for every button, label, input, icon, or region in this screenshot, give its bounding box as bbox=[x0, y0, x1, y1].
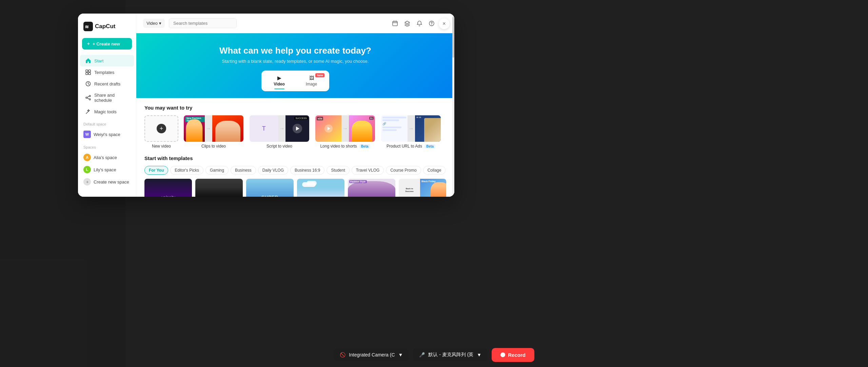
record-label: Record bbox=[508, 352, 526, 358]
filter-for-you[interactable]: For You bbox=[144, 166, 168, 175]
weiyi-space-label: Weiyi's space bbox=[94, 132, 120, 137]
svg-point-7 bbox=[89, 95, 91, 97]
modal-sidebar: ≋ CapCut ＋ + Create new Start Templates … bbox=[78, 14, 136, 197]
beta-badge-product: Beta bbox=[425, 144, 435, 149]
magic-icon bbox=[85, 109, 91, 114]
velocity-label: velocity bbox=[161, 195, 175, 197]
tab-video[interactable]: ▶ Video bbox=[263, 73, 295, 89]
tab-image[interactable]: New 🖼 Image bbox=[296, 73, 327, 89]
default-space-label: Default space bbox=[78, 117, 136, 128]
home-icon bbox=[85, 58, 91, 63]
plus-icon: ＋ bbox=[86, 41, 91, 47]
tab-video-label: Video bbox=[274, 82, 284, 86]
template-item-1[interactable]: velocity bbox=[144, 179, 192, 197]
share-icon bbox=[85, 95, 91, 100]
nav-label-templates: Templates bbox=[94, 70, 114, 75]
nav-item-start[interactable]: Start bbox=[80, 55, 134, 66]
nav-item-magic-tools[interactable]: Magic tools bbox=[80, 106, 134, 117]
template-item-3[interactable]: SUPER bbox=[246, 179, 294, 197]
filter-business-169[interactable]: Business 16:9 bbox=[290, 166, 324, 175]
product-thumb: 🔗 → bbox=[381, 115, 441, 142]
nav-item-recent-drafts[interactable]: Recent drafts bbox=[80, 78, 134, 90]
try-section: You may want to try + New video bbox=[136, 98, 454, 149]
filter-editors-picks[interactable]: Editor's Picks bbox=[170, 166, 203, 175]
filter-student[interactable]: Student bbox=[327, 166, 349, 175]
camera-control[interactable]: 🚫 Integrated Camera (C ▼ bbox=[334, 349, 409, 361]
svg-point-12 bbox=[431, 24, 432, 25]
create-space-label: Create new space bbox=[94, 179, 129, 185]
new-video-label: New video bbox=[152, 144, 171, 149]
create-space-item[interactable]: ＋ Create new space bbox=[78, 176, 136, 188]
svg-point-8 bbox=[86, 97, 87, 98]
video-label: Video bbox=[146, 21, 158, 26]
logo: ≋ CapCut bbox=[78, 22, 136, 38]
long-to-shorts-card[interactable]: v2s → bbox=[315, 115, 376, 149]
modal-close-button[interactable]: × bbox=[439, 18, 450, 29]
filter-tabs: For You Editor's Picks Gaming Business D… bbox=[144, 166, 446, 175]
layers-icon[interactable] bbox=[403, 20, 411, 27]
try-cards-row: + New video New Fashion Style bbox=[144, 115, 446, 149]
record-button[interactable]: Record bbox=[492, 348, 534, 362]
template-item-2[interactable] bbox=[195, 179, 243, 197]
nav-label-recent-drafts: Recent drafts bbox=[94, 81, 120, 86]
svg-text:≋: ≋ bbox=[85, 24, 89, 30]
alia-space-item[interactable]: A Alia's space bbox=[78, 151, 136, 163]
try-section-title: You may want to try bbox=[144, 105, 446, 111]
main-modal: ≋ CapCut ＋ + Create new Start Templates … bbox=[78, 14, 454, 197]
clips-to-video-card[interactable]: New Fashion Style → bbox=[183, 115, 244, 149]
alia-avatar: A bbox=[83, 154, 91, 161]
script-thumb: T → SUCCESS bbox=[250, 115, 309, 142]
clips-to-video-label: Clips to video bbox=[201, 144, 226, 149]
svg-rect-10 bbox=[393, 21, 397, 26]
templates-icon bbox=[85, 70, 91, 75]
help-icon[interactable] bbox=[428, 20, 435, 27]
new-video-plus-icon: + bbox=[157, 124, 166, 133]
mic-label: 默认 - 麦克风阵列 (英 bbox=[428, 352, 473, 358]
filter-course-promo[interactable]: Course Promo bbox=[386, 166, 421, 175]
video-dropdown[interactable]: Video ▾ bbox=[143, 19, 165, 28]
clock-icon bbox=[85, 81, 91, 86]
create-new-label: + Create new bbox=[93, 41, 120, 46]
beta-badge-long: Beta bbox=[359, 144, 370, 149]
mic-chevron-icon: ▼ bbox=[477, 352, 481, 358]
calendar-icon[interactable] bbox=[391, 20, 399, 27]
template-item-5[interactable]: Fashion Style bbox=[348, 179, 395, 197]
scrollbar-track[interactable] bbox=[452, 14, 454, 197]
templates-section: Start with templates For You Editor's Pi… bbox=[136, 155, 454, 197]
search-input[interactable] bbox=[169, 18, 237, 28]
filter-travel-vlog[interactable]: Travel VLOG bbox=[352, 166, 384, 175]
dropdown-chevron-icon: ▾ bbox=[159, 21, 161, 26]
nav-item-templates[interactable]: Templates bbox=[80, 66, 134, 78]
capcut-logo-icon: ≋ bbox=[83, 22, 93, 31]
filter-gaming[interactable]: Gaming bbox=[205, 166, 229, 175]
long-to-shorts-label: Long video to shorts Beta bbox=[320, 144, 370, 149]
bell-icon[interactable] bbox=[416, 20, 423, 27]
camera-label: Integrated Camera (C bbox=[349, 352, 395, 358]
image-tab-icon: 🖼 bbox=[309, 75, 314, 81]
filter-daily-vlog[interactable]: Daily VLOG bbox=[258, 166, 288, 175]
template-grid: velocity SUPER bbox=[144, 179, 446, 197]
nav-item-share-schedule[interactable]: Share and schedule bbox=[80, 90, 134, 106]
weiyi-avatar: W bbox=[83, 131, 91, 138]
template-item-4[interactable] bbox=[297, 179, 344, 197]
create-new-button[interactable]: ＋ + Create new bbox=[82, 38, 132, 50]
mic-control[interactable]: 🎤 默认 - 麦克风阵列 (英 ▼ bbox=[413, 348, 488, 361]
weiyi-space-item[interactable]: W Weiyi's space bbox=[78, 128, 136, 140]
filter-collage[interactable]: Collage bbox=[423, 166, 446, 175]
clips-thumb: New Fashion Style → bbox=[184, 115, 243, 142]
filter-business[interactable]: Business bbox=[231, 166, 256, 175]
hero-tabs: ▶ Video New 🖼 Image bbox=[261, 71, 329, 91]
svg-rect-4 bbox=[86, 73, 88, 75]
lily-space-item[interactable]: L Lily's space bbox=[78, 163, 136, 176]
top-bar: Video ▾ bbox=[136, 14, 454, 33]
hero-banner: What can we help you create today? Start… bbox=[136, 33, 454, 98]
product-url-card[interactable]: 🔗 → bbox=[380, 115, 441, 149]
product-url-label: Product URL to Ads Beta bbox=[387, 144, 435, 149]
bottom-bar: 🚫 Integrated Camera (C ▼ 🎤 默认 - 麦克风阵列 (英… bbox=[0, 343, 868, 367]
svg-rect-5 bbox=[88, 73, 91, 75]
scrollbar-thumb[interactable] bbox=[452, 17, 454, 58]
new-video-card[interactable]: + New video bbox=[144, 115, 178, 149]
tab-image-label: Image bbox=[306, 82, 317, 86]
script-to-video-card[interactable]: T → SUCCESS bbox=[249, 115, 310, 149]
template-item-6[interactable]: Back to Success Black Friday bbox=[399, 179, 446, 197]
